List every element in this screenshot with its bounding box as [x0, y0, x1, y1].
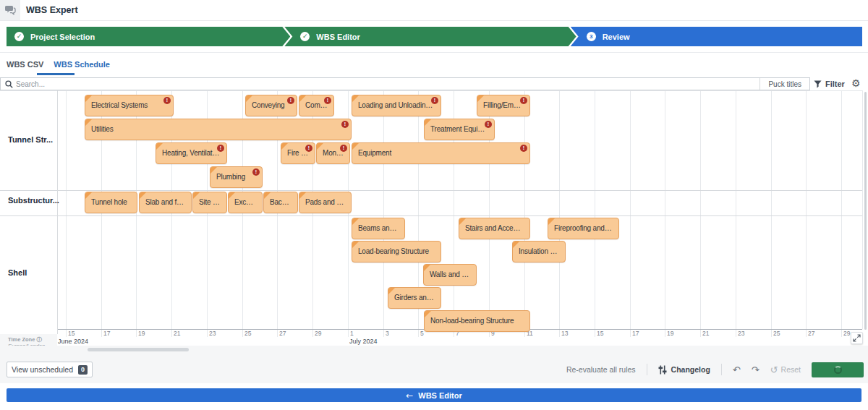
gridline — [771, 90, 772, 337]
task-bar-label: Treatment Equipment — [425, 119, 494, 139]
redo-icon[interactable]: ↷ — [752, 365, 760, 375]
gridline — [66, 90, 67, 337]
step-label: Project Selection — [30, 33, 95, 41]
puck-titles-button[interactable]: Puck titles — [760, 78, 809, 90]
changelog-button[interactable]: Changelog — [658, 365, 710, 375]
step-wbs-editor[interactable]: ✓ WBS Editor — [284, 27, 576, 46]
axis-tick-label: 21 — [702, 330, 709, 337]
alert-badge-icon[interactable]: ! — [163, 97, 171, 104]
gantt-task-bar[interactable]: Treatment Equipment! — [424, 119, 495, 140]
gantt-task-bar[interactable]: Backfill — [263, 192, 298, 213]
gantt-task-bar[interactable]: Stairs and Access Struct... — [459, 218, 530, 239]
gantt-task-bar[interactable]: Fireproofing and Water... — [548, 218, 619, 239]
back-to-wbs-editor-bar[interactable]: ← WBS Editor — [7, 388, 861, 402]
gantt-chart: 1517192123252729135791113151719212325272… — [0, 90, 868, 346]
gantt-task-bar[interactable]: Non-load-bearing Structure — [424, 310, 530, 332]
confirm-button[interactable] — [812, 362, 864, 377]
alert-badge-icon[interactable]: ! — [341, 121, 349, 128]
gridline — [595, 90, 595, 337]
alert-badge-icon[interactable]: ! — [431, 97, 438, 104]
vertical-scrollbar[interactable] — [864, 92, 867, 330]
task-bar-label: Backfill — [264, 192, 297, 212]
undo-icon[interactable]: ↶ — [733, 365, 741, 375]
alert-badge-icon[interactable]: ! — [287, 97, 294, 104]
label-column-border — [57, 90, 58, 334]
alert-badge-icon[interactable]: ! — [520, 97, 527, 104]
gantt-task-bar[interactable]: Filling/Emptyi...! — [477, 95, 530, 116]
step-number-icon: 3 — [587, 32, 596, 41]
gantt-task-bar[interactable]: Equipment! — [352, 142, 530, 164]
reset-label: Reset — [781, 365, 801, 374]
chat-icon[interactable] — [0, 0, 20, 20]
gantt-task-bar[interactable]: Insulation and S... — [512, 241, 566, 262]
task-bar-label: Excavatio... — [229, 192, 262, 212]
alert-badge-icon[interactable]: ! — [340, 145, 347, 152]
axis-tick-label: 17 — [632, 330, 639, 337]
gantt-row-label: Substructur... — [8, 196, 59, 205]
wbs-expert-app: WBS Expert ✓ Project Selection ✓ WBS Edi… — [0, 0, 868, 410]
search-input[interactable] — [13, 80, 760, 88]
alert-badge-icon[interactable]: ! — [305, 145, 312, 152]
search-icon — [5, 80, 13, 88]
horizontal-scrollbar[interactable] — [88, 348, 189, 351]
view-unscheduled-button[interactable]: View unscheduled 0 — [7, 362, 93, 377]
tab-wbs-csv[interactable]: WBS CSV — [7, 56, 43, 74]
gantt-task-bar[interactable]: Walls and Doors — [423, 264, 477, 286]
alert-badge-icon[interactable]: ! — [252, 168, 260, 176]
gantt-task-bar[interactable]: Beams and Colu... — [352, 218, 405, 239]
task-bar-label: Walls and Doors — [424, 265, 476, 284]
gridline — [700, 90, 701, 337]
gantt-task-bar[interactable]: Excavatio... — [228, 192, 263, 213]
gantt-task-bar[interactable]: Conveying! — [245, 95, 297, 116]
filter-button[interactable]: Filter — [814, 77, 845, 90]
task-bar-label: Non-load-bearing Structure — [425, 311, 529, 330]
gantt-task-bar[interactable]: Fire Pro...! — [281, 142, 315, 164]
gantt-task-bar[interactable]: Pads and under... — [299, 192, 352, 213]
tab-wbs-schedule[interactable]: WBS Schedule — [54, 56, 110, 74]
gantt-task-bar[interactable]: Slab and founda... — [139, 192, 192, 213]
gridline — [736, 90, 736, 337]
spinner-icon — [834, 366, 842, 374]
reevaluate-rules-button[interactable]: Re-evaluate all rules — [566, 365, 636, 374]
task-bar-label: Tunnel hole — [85, 192, 137, 212]
gridline — [383, 90, 384, 337]
gridline — [806, 90, 807, 337]
task-bar-label: Heating, Ventilating, ... — [156, 143, 226, 163]
gantt-task-bar[interactable]: Tunnel hole — [85, 192, 137, 213]
gantt-task-bar[interactable]: Monito...! — [316, 142, 350, 164]
gridline — [630, 90, 631, 337]
step-complete-icon: ✓ — [14, 32, 24, 41]
axis-tick-label: 23 — [209, 330, 216, 337]
gantt-task-bar[interactable]: Comm...! — [299, 95, 334, 116]
axis-tick-label: 19 — [667, 330, 673, 337]
task-bar-label: Beams and Colu... — [352, 218, 404, 238]
task-bar-label: Loading and Unloading Equi... — [352, 95, 441, 115]
gantt-task-bar[interactable]: Electrical Systems! — [85, 95, 174, 116]
chart-top-border — [0, 90, 862, 91]
changelog-label: Changelog — [671, 365, 710, 374]
alert-badge-icon[interactable]: ! — [217, 145, 224, 152]
gantt-row-label: Shell — [8, 268, 27, 277]
reset-button[interactable]: ↺ Reset — [770, 365, 801, 375]
gantt-task-bar[interactable]: Loading and Unloading Equi...! — [352, 95, 441, 116]
gantt-task-bar[interactable]: Utilities! — [85, 119, 352, 140]
gantt-task-bar[interactable]: Load-bearing Structure — [352, 241, 441, 262]
gear-icon[interactable]: ⚙ — [851, 76, 861, 90]
gantt-row-label: Tunnel Str... — [8, 135, 53, 144]
task-bar-label: Equipment — [352, 143, 529, 163]
gantt-task-bar[interactable]: Girders and Floors — [388, 287, 441, 309]
info-icon[interactable]: ⓘ — [36, 336, 42, 343]
gantt-task-bar[interactable]: Site grading — [192, 192, 227, 213]
view-unscheduled-label: View unscheduled — [12, 365, 73, 374]
alert-badge-icon[interactable]: ! — [485, 121, 492, 128]
step-project-selection[interactable]: ✓ Project Selection — [7, 27, 290, 46]
axis-tick-label: 19 — [138, 330, 145, 337]
step-review[interactable]: 3 Review — [571, 27, 862, 46]
alert-badge-icon[interactable]: ! — [324, 97, 331, 104]
expand-button[interactable] — [851, 332, 863, 344]
alert-badge-icon[interactable]: ! — [520, 145, 527, 152]
gantt-task-bar[interactable]: Heating, Ventilating, ...! — [156, 142, 227, 164]
unscheduled-count-badge: 0 — [78, 365, 88, 375]
axis-tick-label: 15 — [597, 330, 603, 337]
gantt-task-bar[interactable]: Plumbing! — [210, 166, 263, 188]
